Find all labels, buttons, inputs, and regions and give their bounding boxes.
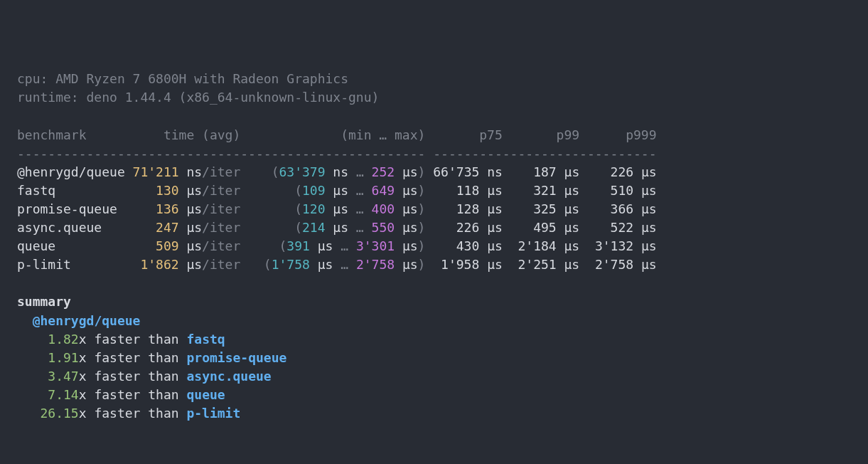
max-value: 252: [372, 164, 395, 179]
max-value: 400: [372, 201, 395, 216]
p999-unit: µs: [633, 183, 657, 198]
iter-suffix: /iter: [202, 220, 240, 235]
time-unit: µs: [179, 183, 203, 198]
p999-value: 3'132: [595, 238, 633, 253]
min-value: 391: [286, 238, 310, 253]
time-unit: µs: [179, 220, 203, 235]
p75-value: 128: [456, 201, 480, 216]
benchmark-name: promise-queue: [17, 201, 133, 216]
summary-target: p-limit: [186, 406, 240, 421]
time-unit: µs: [179, 238, 203, 253]
summary-line: 1.82x faster than fastq: [17, 330, 851, 349]
table-row: @henrygd/queue 71'211 ns/iter (63'379 ns…: [17, 163, 851, 181]
summary-factor: 1.82: [48, 332, 78, 347]
p99-unit: µs: [557, 220, 580, 235]
summary-factor: 7.14: [48, 387, 78, 402]
p99-value: 2'184: [518, 238, 557, 253]
iter-suffix: /iter: [202, 201, 240, 216]
iter-suffix: /iter: [202, 183, 240, 198]
col-minmax: (min … max): [240, 127, 425, 142]
header-cpu: cpu: AMD Ryzen 7 6800H with Radeon Graph…: [17, 70, 851, 88]
p99-value: 495: [533, 220, 557, 235]
p999-unit: µs: [633, 238, 657, 253]
summary-factor: 1.91: [48, 350, 78, 365]
min-value: 109: [302, 183, 326, 198]
p99-value: 187: [533, 164, 557, 179]
benchmark-name: @henrygd/queue: [17, 164, 133, 179]
time-unit: µs: [179, 257, 203, 272]
table-row: fastq 130 µs/iter (109 µs … 649 µs) 118 …: [17, 181, 851, 200]
col-benchmark: benchmark: [17, 127, 133, 142]
p99-unit: µs: [557, 164, 580, 179]
min-value: 214: [302, 220, 326, 235]
time-value: 1'862: [140, 257, 178, 272]
time-value: 136: [156, 201, 179, 216]
p99-unit: µs: [557, 238, 580, 253]
min-value: 120: [302, 201, 326, 216]
table-row: promise-queue 136 µs/iter (120 µs … 400 …: [17, 200, 851, 218]
summary-target: promise-queue: [186, 350, 286, 365]
divider-left: ----------------------------------------…: [17, 146, 425, 161]
header-runtime: runtime: deno 1.44.4 (x86_64-unknown-lin…: [17, 88, 851, 107]
cpu-info: cpu: AMD Ryzen 7 6800H with Radeon Graph…: [17, 71, 348, 86]
time-value: 509: [156, 238, 179, 253]
benchmark-name: async.queue: [17, 220, 133, 235]
p999-value: 366: [611, 201, 634, 216]
p999-unit: µs: [633, 220, 657, 235]
summary-winner: @henrygd/queue: [33, 313, 141, 328]
summary-title: summary: [17, 294, 71, 309]
runtime-info: runtime: deno 1.44.4 (x86_64-unknown-lin…: [17, 90, 379, 105]
summary-line: 7.14x faster than queue: [17, 386, 851, 404]
p999-unit: µs: [633, 257, 657, 272]
divider-right: -----------------------------: [433, 146, 656, 161]
p999-unit: µs: [633, 164, 657, 179]
p999-value: 2'758: [595, 257, 633, 272]
p99-unit: µs: [557, 201, 580, 216]
p75-unit: µs: [479, 220, 503, 235]
col-p99: p99: [503, 127, 579, 142]
p99-value: 321: [533, 183, 557, 198]
table-row: p-limit 1'862 µs/iter (1'758 µs … 2'758 …: [17, 255, 851, 274]
min-value: 63'379: [279, 164, 326, 179]
summary-line: 26.15x faster than p-limit: [17, 404, 851, 423]
summary-target: fastq: [186, 332, 225, 347]
iter-suffix: /iter: [202, 164, 240, 179]
p75-value: 1'958: [441, 257, 479, 272]
iter-suffix: /iter: [202, 257, 240, 272]
col-p75: p75: [425, 127, 502, 142]
p75-unit: µs: [479, 238, 503, 253]
benchmark-name: p-limit: [17, 257, 133, 272]
time-value: 247: [156, 220, 179, 235]
summary-target: async.queue: [186, 369, 271, 384]
summary-factor: 3.47: [48, 369, 78, 384]
p99-value: 2'251: [518, 257, 557, 272]
summary-line: 1.91x faster than promise-queue: [17, 349, 851, 367]
table-header: benchmark time (avg) (min … max) p75 p99…: [17, 126, 851, 144]
p75-value: 66'735: [433, 164, 479, 179]
p999-value: 226: [611, 164, 634, 179]
max-value: 3'301: [356, 238, 395, 253]
summary-factor: 26.15: [41, 406, 79, 421]
summary-winner-line: @henrygd/queue: [17, 312, 851, 330]
time-value: 130: [156, 183, 179, 198]
benchmark-name: fastq: [17, 183, 133, 198]
benchmark-name: queue: [17, 238, 133, 253]
summary-line: 3.47x faster than async.queue: [17, 367, 851, 386]
table-row: queue 509 µs/iter (391 µs … 3'301 µs) 43…: [17, 237, 851, 255]
time-unit: ns: [179, 164, 203, 179]
iter-suffix: /iter: [202, 238, 240, 253]
table-row: async.queue 247 µs/iter (214 µs … 550 µs…: [17, 218, 851, 237]
p75-unit: µs: [479, 201, 503, 216]
p75-unit: µs: [479, 257, 503, 272]
min-value: 1'758: [272, 257, 310, 272]
p75-value: 118: [456, 183, 480, 198]
col-p999: p999: [579, 127, 656, 142]
p999-unit: µs: [633, 201, 657, 216]
max-value: 2'758: [356, 257, 395, 272]
col-time: time (avg): [133, 127, 241, 142]
summary-header: summary: [17, 292, 851, 311]
p75-value: 226: [456, 220, 480, 235]
p99-value: 325: [533, 201, 557, 216]
max-value: 649: [372, 183, 395, 198]
p75-value: 430: [456, 238, 480, 253]
